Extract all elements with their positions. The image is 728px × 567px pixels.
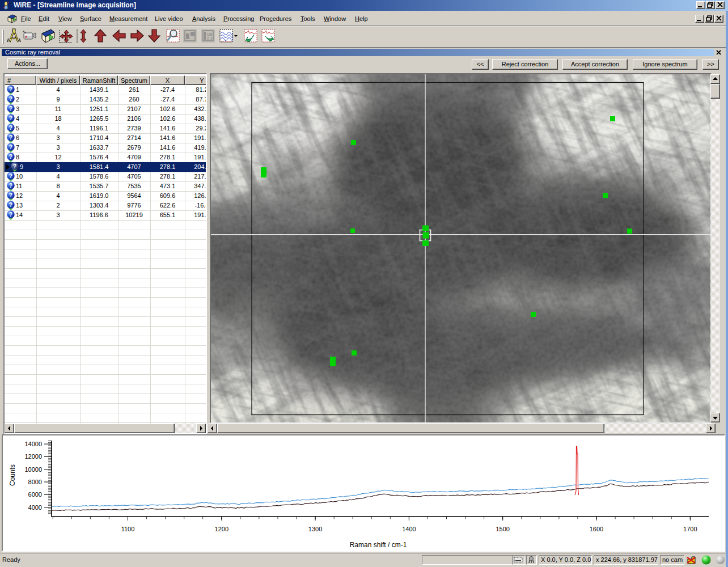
svg-text:?: ? [9,173,12,179]
svg-text:?: ? [9,183,12,189]
svg-text:12000: 12000 [24,453,42,460]
svg-text:14000: 14000 [24,441,42,447]
svg-text:U8: U8 [207,32,212,36]
svg-text:1500: 1500 [496,526,509,532]
svg-text:8000: 8000 [28,479,42,485]
svg-text:?: ? [9,105,12,112]
svg-text:?: ? [9,96,12,102]
svg-text:?: ? [9,125,12,131]
svg-text:?: ? [9,86,12,92]
svg-text:1600: 1600 [590,526,603,532]
svg-text:6000: 6000 [28,491,42,498]
svg-text:1700: 1700 [683,526,697,532]
svg-text:4000: 4000 [28,504,42,511]
svg-text:?: ? [9,115,12,121]
svg-text:?: ? [9,211,12,218]
svg-text:?: ? [9,192,12,198]
svg-text:1100: 1100 [121,526,135,532]
svg-text:?: ? [9,154,12,160]
svg-text:10000: 10000 [24,466,42,473]
svg-text:Raman shift / cm-1: Raman shift / cm-1 [350,541,407,549]
svg-text:?: ? [9,144,12,150]
svg-text:?: ? [13,163,16,170]
svg-text:Counts: Counts [9,464,16,486]
svg-text:?: ? [9,134,12,141]
svg-text:?: ? [9,202,12,208]
svg-text:1300: 1300 [308,526,322,532]
svg-text:1200: 1200 [215,526,228,532]
svg-text:1400: 1400 [402,526,416,532]
svg-text:0 J: 0 J [207,37,212,41]
